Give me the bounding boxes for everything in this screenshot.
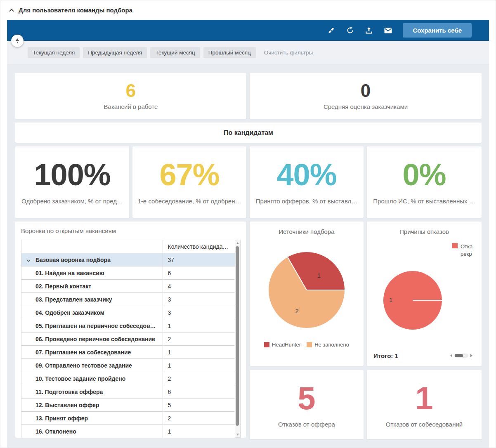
offer-rejections-card: 5 Отказов от оффера — [250, 370, 364, 439]
stage-count: 2 — [163, 412, 235, 425]
stage-label: 10. Тестовое задание пройдено — [21, 372, 163, 385]
funnel-parent-row[interactable]: Базовая воронка подбора 37 — [21, 253, 236, 266]
filter-chip-previous-week[interactable]: Предыдущая неделя — [83, 47, 147, 58]
stage-label: 13. Принят оффер — [21, 412, 163, 425]
table-row: 12. Выставлен оффер5 — [21, 398, 236, 412]
table-row: 16. Отклонено1 — [21, 425, 236, 438]
sources-chart-title: Источники подбора — [250, 228, 364, 235]
card-value: 1 — [415, 382, 433, 414]
percent-value: 40% — [276, 160, 336, 190]
funnel-title: Воронка по открытым вакансиям — [21, 227, 246, 234]
slice-value-label: 1 — [317, 272, 321, 279]
percent-card-offers-accepted: 40% Принято офферов, % от выставл… — [250, 146, 364, 218]
rejections-chart-card: Причины отказов Отка рекр 1 Итого: 1 — [367, 222, 482, 366]
table-row: 09. Отправлено тестовое задание1 — [21, 359, 236, 372]
collapse-panel-button[interactable] — [11, 35, 24, 47]
percent-label: Одобрено заказчиком, % от пред… — [21, 198, 123, 205]
stage-label: 06. Проведено первичное собеседование — [21, 332, 163, 346]
mail-icon[interactable] — [384, 26, 392, 35]
funnel-card: Воронка по открытым вакансиям Количество… — [15, 222, 246, 438]
table-header-row: Количество кандидат… — [21, 240, 236, 253]
percent-value: 0% — [403, 160, 446, 190]
slice-value-label: 1 — [389, 296, 392, 303]
percent-label: 1-е собеседование, % от одобрен… — [138, 198, 241, 205]
filter-chip-current-week[interactable]: Текущая неделя — [28, 47, 80, 58]
stage-count: 1 — [163, 425, 235, 438]
table-row: 02. Первый контакт4 — [21, 280, 236, 293]
upload-icon[interactable] — [365, 26, 373, 35]
toolbar: Сохранить себе — [7, 20, 489, 41]
scrollbar-thumb[interactable] — [236, 246, 239, 426]
save-button[interactable]: Сохранить себе — [403, 23, 472, 38]
slice-value-label: 2 — [295, 307, 298, 314]
legend-swatch-icon — [264, 342, 269, 347]
slice-divider — [307, 290, 345, 290]
parent-stage-count: 37 — [163, 253, 235, 266]
table-row: 07. Приглашен на собеседование1 — [21, 346, 236, 359]
filter-chip-previous-month[interactable]: Прошлый месяц — [203, 47, 256, 58]
table-scrollbar[interactable] — [235, 240, 241, 438]
legend-label: Отка рекр — [461, 243, 472, 257]
chevron-down-icon[interactable] — [26, 257, 31, 263]
table-row: 13. Принят оффер2 — [21, 412, 236, 425]
card-value: 5 — [298, 382, 315, 414]
arrow-up-icon — [16, 38, 19, 41]
stage-label: 02. Первый контакт — [21, 280, 163, 293]
stage-label: 04. Одобрен заказчиком — [21, 306, 163, 319]
total-label: Итого: 1 — [373, 352, 398, 359]
rejections-legend[interactable]: Отка рекр — [452, 243, 482, 257]
percent-card-approved: 100% Одобрено заказчиком, % от пред… — [15, 146, 129, 218]
percent-card-first-interview: 67% 1-е собеседование, % от одобрен… — [132, 146, 246, 218]
dashboard-panel: Сохранить себе Текущая неделя Предыдущая… — [7, 20, 489, 448]
stage-label: 05. Приглашен на первичное собеседование — [21, 319, 163, 332]
kpi-value: 0 — [361, 82, 371, 100]
legend-label: HeadHunter — [272, 342, 301, 348]
pen-slash-icon[interactable] — [327, 26, 335, 35]
kpi-label: Средняя оценка заказчиками — [324, 103, 408, 110]
percent-label: Прошло ИС, % от выставленных … — [373, 198, 475, 205]
kpi-label: Вакансий в работе — [104, 103, 158, 110]
rejections-chart-title: Причины отказов — [367, 228, 482, 235]
section-header: Для пользователя команды подбора — [0, 0, 496, 20]
slice-divider — [413, 300, 442, 301]
prev-icon[interactable] — [450, 354, 452, 357]
page-frame: Для пользователя команды подбора — [0, 0, 496, 448]
legend-label: Не заполнено — [314, 342, 349, 348]
next-icon[interactable] — [470, 354, 472, 357]
pagination-thumb[interactable] — [455, 354, 463, 357]
table-row: 05. Приглашен на первичное собеседование… — [21, 319, 236, 332]
banner-title: По кандидатам — [224, 129, 273, 137]
stage-count: 4 — [163, 280, 235, 293]
stage-count: 5 — [163, 398, 235, 412]
legend-swatch-icon — [307, 342, 312, 347]
table-row: 06. Проведено первичное собеседование2 — [21, 332, 236, 346]
pagination-track[interactable] — [454, 354, 468, 358]
refresh-icon[interactable] — [346, 26, 354, 35]
stage-label: 07. Приглашен на собеседование — [21, 346, 163, 359]
parent-stage-label: Базовая воронка подбора — [21, 253, 163, 266]
stage-label: 01. Найден на вакансию — [21, 266, 163, 280]
stage-count: 1 — [163, 319, 235, 332]
rejections-pie-chart: 1 — [383, 271, 442, 330]
scroll-down-icon[interactable] — [235, 431, 240, 437]
count-column-header: Количество кандидат… — [163, 240, 235, 253]
kpi-value: 6 — [126, 82, 136, 100]
legend-item-not-filled[interactable]: Не заполнено — [307, 342, 349, 348]
legend-item-headhunter[interactable]: HeadHunter — [264, 342, 301, 348]
scroll-up-icon[interactable] — [235, 240, 240, 246]
stage-count: 3 — [163, 306, 235, 319]
table-row: 01. Найден на вакансию6 — [21, 266, 236, 280]
slice-divider — [287, 257, 307, 290]
filter-chip-current-month[interactable]: Текущий месяц — [150, 47, 200, 58]
table-row: 10. Тестовое задание пройдено2 — [21, 372, 236, 385]
card-label: Отказов от собеседований — [386, 421, 463, 428]
stage-count: 2 — [163, 372, 235, 385]
stage-label: 03. Представлен заказчику — [21, 293, 163, 306]
percent-value: 67% — [159, 160, 219, 190]
table-row: 03. Представлен заказчику3 — [21, 293, 236, 306]
clear-filters-link[interactable]: Очистить фильтры — [264, 50, 313, 56]
chevron-up-icon[interactable] — [9, 7, 14, 13]
dot-icon — [17, 42, 18, 43]
toolbar-icons — [327, 26, 392, 35]
stage-count: 6 — [163, 385, 235, 398]
